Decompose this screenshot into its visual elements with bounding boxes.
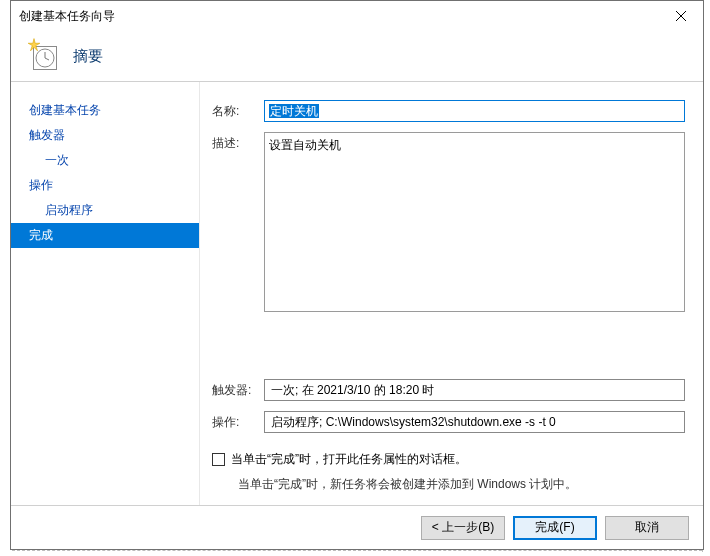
action-value[interactable]: 启动程序; C:\Windows\system32\shutdown.exe -… [264, 411, 685, 433]
cancel-button[interactable]: 取消 [605, 516, 689, 540]
wizard-content: 名称: 定时关机 描述: 设置自动关机 触发器: 一次; 在 2021/3/10… [199, 82, 703, 505]
wizard-header: 摘要 [11, 31, 703, 81]
trigger-value[interactable]: 一次; 在 2021/3/10 的 18:20 时 [264, 379, 685, 401]
trigger-label: 触发器: [212, 379, 264, 399]
back-button[interactable]: < 上一步(B) [421, 516, 505, 540]
sidebar-item-1[interactable]: 触发器 [11, 123, 199, 148]
name-input[interactable]: 定时关机 [264, 100, 685, 122]
sidebar-item-4[interactable]: 启动程序 [11, 198, 199, 223]
star-icon [27, 38, 41, 52]
bottom-docking-guide [12, 550, 702, 554]
name-label: 名称: [212, 100, 264, 120]
close-icon [676, 11, 686, 21]
open-properties-checkbox-row[interactable]: 当单击“完成”时，打开此任务属性的对话框。 [212, 451, 685, 468]
description-textarea[interactable]: 设置自动关机 [264, 132, 685, 312]
desc-label: 描述: [212, 132, 264, 152]
wizard-icon [27, 40, 59, 72]
wizard-body: 创建基本任务触发器一次操作启动程序完成 名称: 定时关机 描述: 设置自动关机 … [11, 82, 703, 505]
wizard-sidebar: 创建基本任务触发器一次操作启动程序完成 [11, 82, 199, 505]
finish-info-text: 当单击“完成”时，新任务将会被创建并添加到 Windows 计划中。 [212, 476, 685, 493]
sidebar-item-5: 完成 [11, 223, 199, 248]
sidebar-item-3[interactable]: 操作 [11, 173, 199, 198]
finish-button[interactable]: 完成(F) [513, 516, 597, 540]
close-button[interactable] [659, 1, 703, 31]
sidebar-item-2[interactable]: 一次 [11, 148, 199, 173]
open-properties-checkbox[interactable] [212, 453, 225, 466]
window-title: 创建基本任务向导 [19, 8, 115, 25]
svg-marker-5 [28, 39, 40, 51]
action-label: 操作: [212, 411, 264, 431]
open-properties-label: 当单击“完成”时，打开此任务属性的对话框。 [231, 451, 467, 468]
wizard-footer: < 上一步(B) 完成(F) 取消 [11, 505, 703, 549]
wizard-dialog: 创建基本任务向导 摘要 创建基本任务触发器一次操作启动程序完成 [10, 0, 704, 550]
sidebar-item-0[interactable]: 创建基本任务 [11, 98, 199, 123]
titlebar: 创建基本任务向导 [11, 1, 703, 31]
page-title: 摘要 [73, 47, 103, 66]
